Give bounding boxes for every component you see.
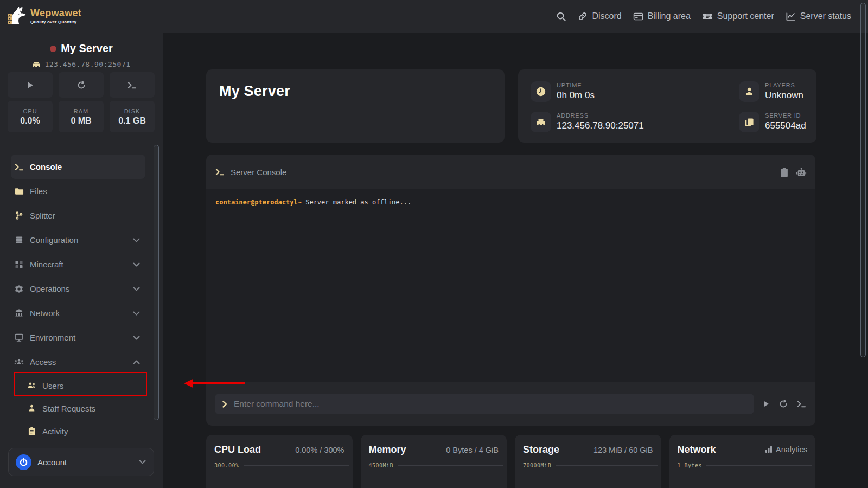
- play-icon: [27, 81, 34, 89]
- chevron-up-icon: [133, 360, 140, 364]
- page-scrollbar[interactable]: [860, 3, 866, 357]
- sidebar-item-environment[interactable]: Environment: [11, 325, 145, 350]
- resource-label: CPU: [23, 108, 37, 114]
- layers-icon: [14, 236, 24, 244]
- chart-title: CPU Load: [214, 444, 261, 455]
- monitor-icon: [14, 333, 24, 342]
- account-label: Account: [37, 458, 67, 467]
- command-input[interactable]: Enter command here...: [215, 394, 754, 414]
- terminal-icon[interactable]: [797, 400, 806, 408]
- main-content: My Server UPTIME 0h 0m 0s PLAYERS Unkno: [163, 33, 868, 488]
- axis-label: 4500MiB: [369, 463, 394, 468]
- sidebar-scrollbar[interactable]: [154, 145, 159, 420]
- gridline: [398, 465, 503, 466]
- console-log-message: Server marked as offline...: [302, 198, 411, 206]
- sidebar-item-label: Splitter: [30, 211, 55, 220]
- axis-label: 1 Bytes: [678, 463, 703, 468]
- restart-button[interactable]: [59, 72, 104, 98]
- sidebar-item-label: Configuration: [30, 235, 78, 245]
- info-value: Unknown: [765, 90, 803, 101]
- command-placeholder: Enter command here...: [234, 399, 320, 409]
- clock-icon: [531, 81, 551, 102]
- console-footer: Enter command here...: [206, 382, 815, 426]
- sidebar-item-minecraft[interactable]: Minecraft: [11, 252, 145, 277]
- sidebar-item-console[interactable]: Console: [11, 155, 145, 179]
- chart-title: Memory: [369, 444, 406, 455]
- resource-ram: RAM 0 MB: [59, 101, 104, 132]
- annotation-highlight-box: [14, 372, 147, 396]
- nav-server-status[interactable]: Server status: [786, 11, 851, 22]
- kill-console-button[interactable]: [110, 72, 155, 98]
- brand[interactable]: Wepwawet Quality over Quantity: [0, 4, 81, 29]
- sidebar-item-operations[interactable]: Operations: [11, 277, 145, 301]
- info-label: ADDRESS: [557, 112, 644, 119]
- gridline: [706, 465, 812, 466]
- console-log-prompt: container@pterodactyl~: [215, 198, 302, 206]
- start-button[interactable]: [8, 72, 53, 98]
- chevron-down-icon: [139, 460, 146, 464]
- sidebar-item-configuration[interactable]: Configuration: [11, 228, 145, 252]
- power-icon: [16, 454, 31, 470]
- terminal-icon: [14, 163, 24, 171]
- console-log[interactable]: container@pterodactyl~ Server marked as …: [206, 189, 815, 382]
- resource-label: RAM: [74, 108, 88, 114]
- gridline: [244, 465, 349, 466]
- users-group-icon: [14, 358, 24, 366]
- copy-log-icon[interactable]: [780, 168, 788, 177]
- sidebar-menu: Console Files Splitter: [0, 155, 163, 442]
- info-address: ADDRESS 123.456.78.90:25071: [531, 112, 644, 132]
- restart-icon: [77, 81, 86, 89]
- nav-label: Billing area: [648, 11, 691, 21]
- nav-support-center[interactable]: Support center: [702, 11, 774, 22]
- console-panel: Server Console: [206, 155, 815, 426]
- gear-icon: [14, 285, 24, 293]
- chevron-down-icon: [133, 287, 140, 291]
- resource-cpu: CPU 0.0%: [8, 101, 53, 132]
- account-menu[interactable]: Account: [8, 448, 154, 476]
- sidebar-item-files[interactable]: Files: [11, 179, 145, 203]
- search-icon[interactable]: [556, 11, 566, 22]
- sidebar-item-staff-requests[interactable]: Staff Requests: [11, 397, 145, 420]
- sidebar-item-label: Console: [30, 162, 62, 171]
- chart-limit: 123 MiB / 60 GiB: [593, 446, 653, 454]
- nav-discord[interactable]: Discord: [578, 11, 621, 21]
- cube-icon: [14, 260, 24, 269]
- info-label: UPTIME: [557, 82, 595, 88]
- refresh-icon[interactable]: [779, 400, 788, 408]
- stat-charts: CPU Load 0.00% / 300% 300.00% Memory 0 B…: [206, 435, 815, 488]
- chart-icon: [786, 11, 796, 22]
- resource-label: DISK: [124, 108, 141, 114]
- person-icon: [27, 404, 36, 412]
- folder-icon: [14, 188, 24, 195]
- sidebar-item-label: Operations: [30, 284, 69, 293]
- sidebar-item-label: Files: [30, 187, 47, 196]
- sidebar-item-activity[interactable]: Activity: [11, 420, 145, 442]
- server-info-card: UPTIME 0h 0m 0s PLAYERS Unknown: [518, 69, 816, 143]
- chart-limit: 0.00% / 300%: [295, 446, 344, 454]
- server-name: My Server: [61, 42, 113, 55]
- axis-label: 70000MiB: [523, 463, 551, 468]
- sidebar-item-splitter[interactable]: Splitter: [11, 203, 145, 228]
- sidebar-item-label: Environment: [30, 333, 75, 342]
- chevron-down-icon: [133, 262, 140, 267]
- nav-label: Server status: [800, 11, 851, 21]
- info-value: 655504ad: [765, 120, 806, 131]
- brand-tagline: Quality over Quantity: [30, 20, 81, 24]
- analytics-toggle[interactable]: Analytics: [765, 445, 807, 454]
- credit-card-icon: [633, 11, 643, 22]
- chevron-down-icon: [133, 311, 140, 316]
- sidebar-item-access[interactable]: Access: [11, 350, 145, 374]
- send-play-icon[interactable]: [762, 400, 770, 408]
- sidebar-item-network[interactable]: Network: [11, 301, 145, 325]
- bank-icon: [14, 309, 24, 317]
- chevron-down-icon: [133, 238, 140, 242]
- server-controls: [8, 72, 155, 98]
- chart-limit: 0 Bytes / 4 GiB: [446, 446, 499, 454]
- resource-value: 0.1 GB: [118, 116, 146, 126]
- ethernet-icon: [531, 112, 551, 132]
- page-title: My Server: [219, 83, 505, 100]
- server-title-card: My Server: [206, 69, 505, 143]
- branch-icon: [14, 211, 24, 220]
- nav-billing-area[interactable]: Billing area: [633, 11, 691, 22]
- bot-icon[interactable]: [796, 168, 807, 177]
